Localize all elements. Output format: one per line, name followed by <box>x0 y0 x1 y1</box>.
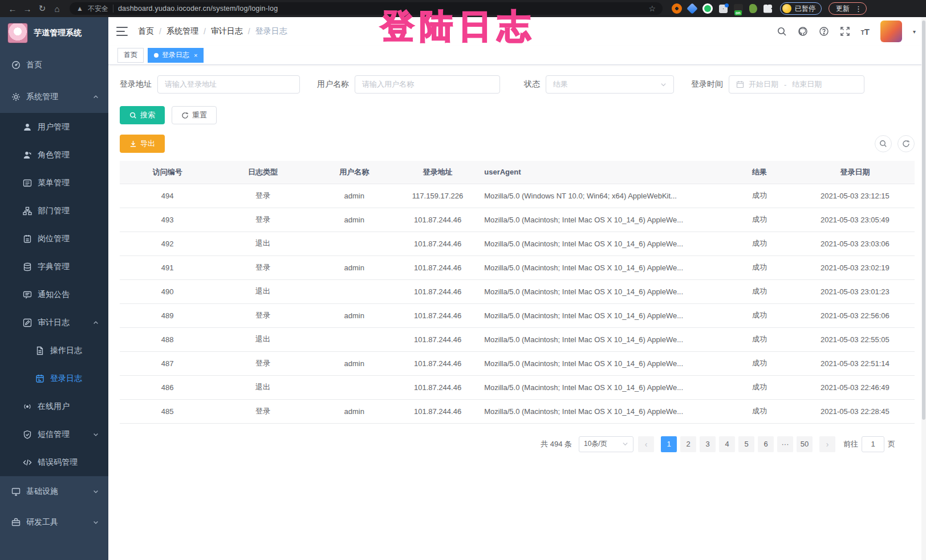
login-log-table: 访问编号日志类型用户名称登录地址userAgent结果登录日期 494登录adm… <box>120 161 915 424</box>
sidebar-item-errcode[interactable]: 错误码管理 <box>0 448 108 476</box>
sidebar-item-sms[interactable]: 短信管理 <box>0 420 108 448</box>
app-logo-row[interactable]: 芋道管理系统 <box>0 17 108 49</box>
sidebar-item-depts[interactable]: 部门管理 <box>0 197 108 225</box>
table-row: 487登录admin101.87.244.46Mozilla/5.0 (Maci… <box>120 351 915 375</box>
status-select[interactable]: 结果 <box>546 75 674 94</box>
apps-grid-extension-icon[interactable] <box>719 5 728 13</box>
breadcrumb-item[interactable]: 系统管理 <box>166 26 198 36</box>
avatar-caret-down-icon[interactable]: ▾ <box>913 29 916 35</box>
puzzle-extension-icon[interactable] <box>763 5 772 13</box>
tampermonkey-extension-icon[interactable]: on <box>734 4 743 13</box>
app-logo-image <box>7 23 28 43</box>
sidebar-item-roles[interactable]: 角色管理 <box>0 141 108 169</box>
table-cell: 2021-05-03 23:03:06 <box>795 232 915 255</box>
sidebar-item-online[interactable]: 在线用户 <box>0 392 108 420</box>
breadcrumb-item[interactable]: 审计日志 <box>211 26 243 36</box>
fullscreen-icon[interactable] <box>840 26 850 36</box>
help-icon[interactable] <box>819 26 829 36</box>
page-button-6[interactable]: 6 <box>758 436 774 452</box>
user-avatar[interactable] <box>880 21 902 42</box>
browser-home-icon[interactable]: ⌂ <box>50 2 64 15</box>
close-tag-icon[interactable]: × <box>194 52 197 59</box>
page-button-4[interactable]: 4 <box>719 436 735 452</box>
sidebar-item-infra[interactable]: 基础设施 <box>0 476 108 507</box>
sms-shield-icon <box>23 430 32 439</box>
search-icon[interactable] <box>777 26 787 36</box>
next-page-button[interactable]: › <box>819 436 835 452</box>
username-input[interactable]: 请输入用户名称 <box>355 75 500 94</box>
table-cell: Mozilla/5.0 (Macintosh; Intel Mac OS X 1… <box>477 208 724 232</box>
tampermonkey-on-badge: on <box>734 10 742 15</box>
sidebar-item-users[interactable]: 用户管理 <box>0 113 108 141</box>
sidebar-item-notices[interactable]: 通知公告 <box>0 281 108 309</box>
chevron-down-icon <box>92 519 99 526</box>
browser-reload-icon[interactable]: ↻ <box>35 2 49 15</box>
browser-back-icon[interactable]: ← <box>6 2 19 15</box>
table-cell: 101.87.244.46 <box>398 303 477 327</box>
page-button-50[interactable]: 50 <box>797 436 813 452</box>
sidebar-item-audit[interactable]: 审计日志 <box>0 309 108 336</box>
gear-icon <box>11 92 21 102</box>
address-bar[interactable]: ▲ 不安全 dashboard.yudao.iocoder.cn/system/… <box>70 2 663 15</box>
prev-page-button[interactable]: ‹ <box>638 436 654 452</box>
app-title: 芋道管理系统 <box>34 28 82 38</box>
sidebar-item-home[interactable]: 首页 <box>0 49 108 81</box>
page-scrollbar[interactable] <box>921 17 926 560</box>
column-header: 结果 <box>724 161 795 184</box>
profile-paused-chip[interactable]: 已暂停 <box>780 2 822 15</box>
reset-button[interactable]: 重置 <box>172 106 217 124</box>
export-button[interactable]: 导出 <box>120 135 165 153</box>
sidebar-item-label: 登录日志 <box>50 374 82 384</box>
column-header: 访问编号 <box>120 161 215 184</box>
sidebar-toggle-hamburger-icon[interactable] <box>116 27 128 36</box>
leaf-extension-icon[interactable] <box>749 4 757 13</box>
paused-label: 已暂停 <box>795 4 815 14</box>
table-cell: 成功 <box>724 399 795 423</box>
sidebar-item-menus[interactable]: 菜单管理 <box>0 169 108 197</box>
page-button-5[interactable]: 5 <box>738 436 754 452</box>
doc-icon <box>35 346 44 355</box>
status-placeholder: 结果 <box>553 79 568 90</box>
goto-page-input[interactable] <box>862 436 884 452</box>
browser-update-button[interactable]: 更新 ⋮ <box>828 2 867 15</box>
toggle-search-icon[interactable] <box>875 135 892 152</box>
table-cell: admin <box>311 303 398 327</box>
sidebar-item-op-log[interactable]: 操作日志 <box>0 336 108 364</box>
scrollbar-thumb[interactable] <box>922 21 925 420</box>
page-button-2[interactable]: 2 <box>680 436 696 452</box>
login-address-input[interactable]: 请输入登录地址 <box>157 75 300 94</box>
orange-extension-icon[interactable] <box>672 3 682 14</box>
page-size-select[interactable]: 10条/页 <box>579 436 633 452</box>
tab-登录日志[interactable]: 登录日志× <box>148 48 204 63</box>
tab-首页[interactable]: 首页 <box>117 48 144 63</box>
table-cell: 成功 <box>724 232 795 255</box>
github-icon[interactable] <box>798 26 808 36</box>
login-time-range-picker[interactable]: 开始日期 - 结束日期 <box>729 75 864 94</box>
browser-menu-kebab-icon[interactable]: ⋮ <box>855 5 862 13</box>
sidebar-item-dicts[interactable]: 字典管理 <box>0 253 108 281</box>
page-button-1[interactable]: 1 <box>661 436 677 452</box>
more-pages-button[interactable]: ··· <box>777 436 793 452</box>
page-button-3[interactable]: 3 <box>700 436 716 452</box>
green-extension-icon[interactable] <box>702 3 713 14</box>
font-size-icon[interactable]: TT <box>861 27 870 36</box>
bookmark-star-icon[interactable]: ☆ <box>648 4 656 13</box>
table-cell: Mozilla/5.0 (Macintosh; Intel Mac OS X 1… <box>477 327 724 351</box>
breadcrumb-item[interactable]: 首页 <box>138 26 154 36</box>
goto-page: 前往 页 <box>843 436 895 452</box>
sidebar-item-system[interactable]: 系统管理 <box>0 81 108 113</box>
blue-gem-extension-icon[interactable] <box>687 3 698 14</box>
start-date-placeholder: 开始日期 <box>749 79 778 90</box>
table-row: 489登录admin101.87.244.46Mozilla/5.0 (Maci… <box>120 303 915 327</box>
chevron-up-icon <box>92 94 99 100</box>
sidebar-item-posts[interactable]: 岗位管理 <box>0 225 108 253</box>
refresh-table-icon[interactable] <box>897 135 915 152</box>
search-button[interactable]: 搜索 <box>120 106 165 124</box>
sidebar-item-login-log[interactable]: 登录日志 <box>0 364 108 392</box>
column-header: 日志类型 <box>215 161 310 184</box>
sidebar-item-devtool[interactable]: 研发工具 <box>0 507 108 538</box>
table-cell: 成功 <box>724 351 795 375</box>
url-text: dashboard.yudao.iocoder.cn/system/log/lo… <box>118 5 644 13</box>
goto-page-suffix: 页 <box>888 439 895 449</box>
browser-forward-icon[interactable]: → <box>21 2 34 15</box>
